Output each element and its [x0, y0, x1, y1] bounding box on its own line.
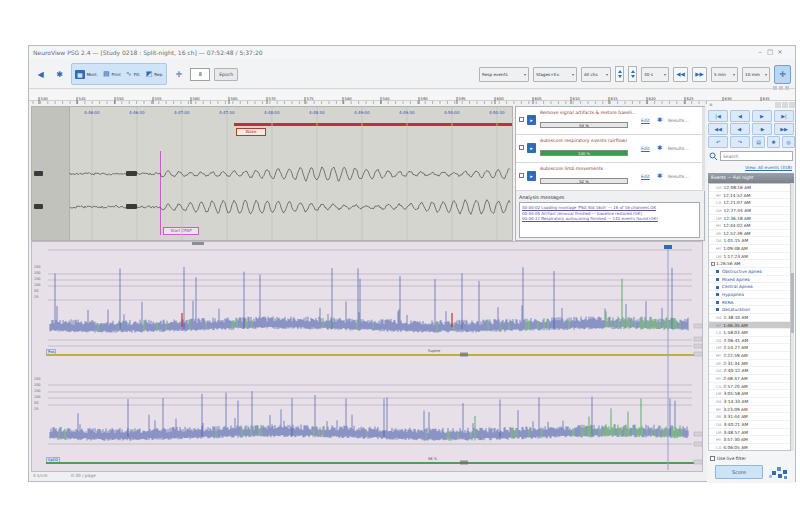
task-edit-link[interactable]: Edit	[641, 118, 650, 123]
epoch-length-select[interactable]: 30 s▾	[641, 67, 669, 82]
event-type-row[interactable]: Obstructive Apnea	[709, 268, 790, 276]
event-time-row[interactable]: OA12:08:16 AM	[709, 184, 790, 192]
offset-stepper[interactable]	[628, 66, 637, 82]
spin-up-icon[interactable]	[631, 70, 635, 73]
pin-icon[interactable]	[775, 102, 781, 108]
montage-select[interactable]: Resp events▾	[479, 67, 529, 82]
dock-icon[interactable]	[782, 102, 788, 108]
event-time-row[interactable]: HY2:48:47 AM	[709, 375, 790, 383]
event-time-row[interactable]: HY3:57:30 AM	[709, 436, 790, 444]
next-page-button[interactable]: ▶▶	[692, 67, 707, 82]
event-time-row[interactable]: OA1:01:15 AM	[709, 237, 790, 245]
minimize-button[interactable]: –	[755, 48, 765, 56]
next-event-button[interactable]: ▶▶	[774, 123, 794, 135]
print-list-button[interactable]: ▤	[752, 136, 765, 148]
redo-button[interactable]: ↷	[730, 136, 750, 148]
task-results-link[interactable]: Results…	[668, 118, 689, 123]
run-task-icon[interactable]: ▸	[527, 115, 536, 125]
event-filter-link[interactable]: View: All events (318)	[745, 165, 792, 170]
task-edit-link[interactable]: Edit	[641, 146, 650, 151]
filter-tool[interactable]: ∿Filt.	[126, 70, 141, 78]
event-time-row[interactable]: CA12:21:07 AM	[709, 199, 790, 207]
spin-down-icon[interactable]	[631, 75, 635, 78]
back-button[interactable]: ◀	[33, 65, 48, 83]
task-checkbox[interactable]	[519, 173, 524, 178]
task-results-link[interactable]: Results…	[668, 174, 689, 179]
target-button[interactable]: ◎	[782, 136, 795, 148]
event-time-row[interactable]: OA12:27:44 AM	[709, 207, 790, 215]
event-time-row[interactable]: LM3:05:58 AM	[709, 390, 790, 398]
step-back-button[interactable]: ◀	[730, 110, 750, 122]
event-time-row[interactable]: CA4:06:05 AM	[709, 444, 790, 451]
print-tool[interactable]: ▤Print	[103, 70, 121, 78]
expand-toggle-icon[interactable]: –	[711, 262, 715, 266]
spin-down-icon[interactable]	[618, 75, 622, 78]
event-time-row[interactable]: LM1:17:23 AM	[709, 253, 790, 261]
window-select[interactable]: 5 min▾	[711, 67, 738, 82]
task-edit-link[interactable]: Edit	[641, 174, 650, 179]
channels-select[interactable]: All chs▾	[581, 67, 611, 82]
task-checkbox[interactable]	[519, 117, 524, 122]
event-type-row[interactable]: RERA	[709, 299, 790, 307]
event-time-row[interactable]: LM12:36:18 AM	[709, 215, 790, 223]
maximize-button[interactable]: □	[765, 48, 775, 56]
event-time-row[interactable]: OA1:38:10 AM	[709, 314, 790, 322]
next-epoch-button[interactable]: ·▶	[752, 123, 772, 135]
prev-epoch-button[interactable]: ◀·	[730, 123, 750, 135]
task-checkbox[interactable]	[519, 145, 524, 150]
event-list-scrollbar[interactable]	[791, 183, 794, 451]
event-type-row[interactable]: Desaturation	[709, 306, 790, 314]
event-time-row[interactable]: CA2:57:20 AM	[709, 383, 790, 391]
event-time-row[interactable]: CA1:58:03 AM	[709, 329, 790, 337]
undo-button[interactable]: ↶	[708, 136, 728, 148]
event-time-row[interactable]: AR2:31:34 AM	[709, 360, 790, 368]
step-fwd-button[interactable]: ▶	[752, 110, 772, 122]
task-settings-icon[interactable]: ✱	[657, 116, 662, 124]
report-tool[interactable]: ◩Rep.	[146, 70, 164, 78]
analysis-message[interactable]: 00:00:11 Respiratory autoscoring finishe…	[522, 216, 697, 222]
scale-select[interactable]: 10 mm▾	[742, 67, 770, 82]
event-time-row[interactable]: HY3:23:09 AM	[709, 406, 790, 414]
view-mode-select[interactable]: Stages+Ev.▾	[533, 67, 577, 82]
prev-page-button[interactable]: ◀◀	[673, 67, 688, 82]
task-results-link[interactable]: Results…	[668, 146, 689, 151]
event-time-row[interactable]: AR12:52:39 AM	[709, 230, 790, 238]
prev-event-button[interactable]: ◀◀	[708, 123, 728, 135]
event-time-row[interactable]: HY12:14:52 AM	[709, 192, 790, 200]
timeline-ruler[interactable]: 5405455505555605655705755805855905956006…	[29, 90, 795, 101]
epoch-button[interactable]: Epoch	[214, 68, 238, 81]
first-page-button[interactable]: |◀	[708, 110, 728, 122]
event-time-row[interactable]: HY2:22:59 AM	[709, 352, 790, 360]
spin-up-icon[interactable]	[618, 70, 622, 73]
event-list[interactable]: OA12:08:16 AMHY12:14:52 AMCA12:21:07 AMO…	[708, 183, 791, 451]
scrollbar-thumb[interactable]	[791, 273, 794, 333]
event-time-row[interactable]: OA2:06:41 AM	[709, 337, 790, 345]
last-page-button[interactable]: ▶|	[774, 110, 794, 122]
close-button[interactable]: ×	[775, 48, 785, 56]
overview-panel[interactable]: Pos Supine SpO2 96 % 2502001501005025250…	[31, 241, 703, 472]
event-search-input[interactable]	[720, 151, 793, 161]
montage-tool[interactable]: ▦Mont.	[75, 70, 98, 79]
settings-button[interactable]: ✱	[52, 65, 67, 83]
event-time-row[interactable]: OA2:40:12 AM	[709, 367, 790, 375]
run-task-icon[interactable]: ▸	[527, 143, 536, 153]
run-task-icon[interactable]: ▸	[527, 171, 536, 181]
task-settings-icon[interactable]: ✱	[657, 172, 662, 180]
event-time-row[interactable]: OA3:40:21 AM	[709, 421, 790, 429]
event-type-row[interactable]: Mixed Apnea	[709, 276, 790, 284]
sync-view-button[interactable]: ✛	[774, 65, 791, 84]
event-time-row[interactable]: OA3:14:33 AM	[709, 398, 790, 406]
crosshair-button[interactable]: ✛	[171, 65, 186, 83]
event-type-row[interactable]: Central Apnea	[709, 283, 790, 291]
gain-stepper[interactable]	[615, 66, 624, 82]
list-menu-icon[interactable]: ≣	[708, 102, 714, 108]
channel-label-flow[interactable]	[34, 171, 43, 176]
epoch-input[interactable]	[190, 68, 210, 81]
wave-panel[interactable]: Wake Start CPAP 4:46:004:46:304:47:004:4…	[31, 106, 513, 241]
event-time-row[interactable]: HY1:09:48 AM	[709, 245, 790, 253]
task-settings-icon[interactable]: ✱	[657, 144, 662, 152]
event-time-row[interactable]: HY12:44:02 AM	[709, 222, 790, 230]
event-time-row[interactable]: LM3:48:57 AM	[709, 429, 790, 437]
event-type-row[interactable]: Hypopnea	[709, 291, 790, 299]
close-panel-icon[interactable]	[789, 102, 795, 108]
